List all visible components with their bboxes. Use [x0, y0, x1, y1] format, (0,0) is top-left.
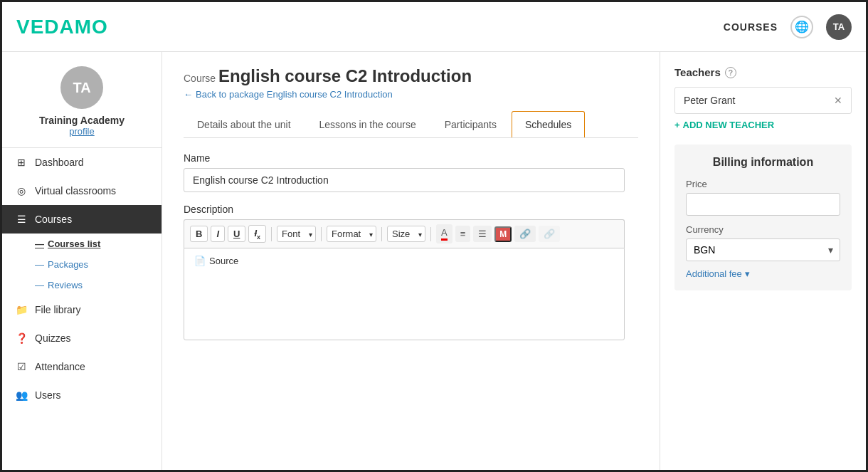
underline-button[interactable]: U: [228, 226, 245, 242]
billing-section: Billing information Price Currency BGN U…: [674, 145, 852, 290]
media-button[interactable]: M: [494, 226, 512, 242]
source-icon: 📄: [194, 256, 206, 266]
toolbar-separator-3: [381, 227, 382, 241]
virtual-classrooms-icon: ◎: [15, 185, 28, 196]
sub-nav-label: Packages: [48, 259, 88, 270]
page-title: English course C2 Introduction: [218, 66, 472, 85]
font-select[interactable]: Font: [277, 226, 316, 242]
toolbar-separator-1: [271, 227, 272, 241]
name-field-section: Name: [184, 152, 638, 192]
sidebar-item-label: File library: [35, 304, 81, 315]
price-input[interactable]: [686, 193, 840, 216]
size-select-wrap: Size: [387, 226, 425, 242]
sidebar-item-courses-list[interactable]: — Courses list: [28, 234, 162, 254]
course-label: Course: [184, 73, 216, 84]
format-select[interactable]: Format: [327, 226, 376, 242]
content-area: Course English course C2 Introduction ← …: [162, 52, 660, 472]
sidebar-item-label: Users: [35, 389, 61, 401]
additional-fee-link[interactable]: Additional fee ▾: [686, 268, 840, 279]
ordered-list-button[interactable]: ≡: [455, 226, 471, 242]
font-color-button[interactable]: A: [436, 224, 452, 243]
currency-label: Currency: [686, 224, 840, 235]
logo[interactable]: VEDAMO: [16, 16, 108, 38]
back-link-text: Back to package English course C2 Introd…: [196, 89, 393, 100]
teachers-header: Teachers ?: [674, 66, 852, 78]
sidebar-item-users[interactable]: 👥 Users: [2, 381, 162, 409]
courses-nav-link[interactable]: COURSES: [724, 21, 778, 33]
profile-section: TA Training Academy profile: [2, 52, 162, 148]
tabs-bar: Details about the unit Lessons in the co…: [184, 111, 638, 138]
sidebar-item-dashboard[interactable]: ⊞ Dashboard: [2, 148, 162, 177]
strikethrough-button[interactable]: Ix: [248, 225, 266, 243]
add-teacher-button[interactable]: + ADD NEW TEACHER: [674, 120, 852, 130]
header-right: COURSES 🌐 TA: [724, 14, 852, 40]
source-button[interactable]: 📄 Source: [190, 253, 243, 269]
editor-body[interactable]: 📄 Source: [184, 248, 625, 340]
italic-button[interactable]: I: [211, 226, 225, 242]
back-arrow-icon: ←: [184, 89, 193, 100]
sub-nav-dash: —: [35, 238, 44, 249]
size-select[interactable]: Size: [387, 226, 425, 242]
right-panel: Teachers ? Peter Grant ✕ + ADD NEW TEACH…: [660, 52, 866, 472]
sidebar-item-attendance[interactable]: ☑ Attendance: [2, 352, 162, 381]
sidebar-item-virtual-classrooms[interactable]: ◎ Virtual classrooms: [2, 177, 162, 205]
attendance-icon: ☑: [15, 361, 28, 372]
price-label: Price: [686, 179, 840, 189]
sidebar: TA Training Academy profile ⊞ Dashboard …: [2, 52, 162, 472]
sidebar-item-label: Dashboard: [35, 157, 84, 168]
profile-name: Training Academy: [39, 115, 125, 126]
toolbar-separator-4: [430, 227, 431, 241]
add-icon: +: [674, 120, 680, 130]
unordered-list-button[interactable]: ☰: [473, 226, 492, 242]
sidebar-item-label: Attendance: [35, 361, 85, 372]
sub-nav-dash: —: [35, 259, 44, 270]
sidebar-item-reviews[interactable]: — Reviews: [28, 275, 162, 295]
sidebar-item-label: Quizzes: [35, 332, 71, 344]
file-library-icon: 📁: [15, 304, 28, 315]
tab-details[interactable]: Details about the unit: [184, 111, 305, 137]
sidebar-item-quizzes[interactable]: ❓ Quizzes: [2, 324, 162, 352]
sidebar-item-label: Virtual classrooms: [35, 185, 116, 196]
bold-button[interactable]: B: [190, 226, 208, 242]
sub-nav-dash: —: [35, 280, 44, 290]
dashboard-icon: ⊞: [15, 157, 28, 168]
source-label: Source: [209, 256, 238, 266]
name-label: Name: [184, 152, 638, 164]
teachers-help-icon[interactable]: ?: [725, 67, 736, 78]
back-link[interactable]: ← Back to package English course C2 Intr…: [184, 89, 638, 100]
tab-participants[interactable]: Participants: [431, 111, 510, 137]
format-select-wrap: Format: [327, 226, 376, 242]
course-header: Course English course C2 Introduction ← …: [184, 66, 638, 100]
teacher-row: Peter Grant ✕: [674, 87, 852, 114]
currency-select[interactable]: BGN USD EUR GBP: [686, 238, 840, 261]
teachers-label: Teachers: [674, 66, 721, 78]
additional-fee-label: Additional fee: [686, 268, 742, 279]
add-teacher-label: ADD NEW TEACHER: [683, 120, 775, 130]
sidebar-sub-nav: — Courses list — Packages — Reviews: [2, 234, 162, 295]
tab-lessons[interactable]: Lessons in the course: [306, 111, 430, 137]
sub-nav-label: Reviews: [48, 280, 83, 290]
sidebar-item-label: Courses: [35, 214, 72, 225]
teachers-section: Teachers ? Peter Grant ✕ + ADD NEW TEACH…: [674, 66, 852, 130]
editor-toolbar: B I U Ix Font Format: [184, 219, 625, 248]
header: VEDAMO COURSES 🌐 TA: [2, 2, 866, 52]
sidebar-item-courses[interactable]: ☰ Courses: [2, 205, 162, 234]
tab-schedules[interactable]: Schedules: [512, 111, 585, 137]
quizzes-icon: ❓: [15, 332, 28, 344]
courses-icon: ☰: [15, 214, 28, 225]
sidebar-item-packages[interactable]: — Packages: [28, 254, 162, 275]
currency-select-wrap: BGN USD EUR GBP: [686, 238, 840, 261]
link-button[interactable]: 🔗: [514, 226, 536, 242]
sidebar-item-file-library[interactable]: 📁 File library: [2, 295, 162, 324]
users-icon: 👥: [15, 389, 28, 401]
teacher-name: Peter Grant: [684, 95, 735, 106]
header-avatar[interactable]: TA: [826, 14, 852, 40]
font-select-wrap: Font: [277, 226, 316, 242]
unlink-button[interactable]: 🔗: [539, 226, 560, 242]
teacher-remove-button[interactable]: ✕: [834, 95, 842, 106]
name-input[interactable]: [184, 168, 625, 192]
sidebar-nav: ⊞ Dashboard ◎ Virtual classrooms ☰ Cours…: [2, 148, 162, 472]
profile-link[interactable]: profile: [69, 126, 94, 137]
globe-icon[interactable]: 🌐: [790, 16, 813, 38]
chevron-down-icon: ▾: [745, 268, 750, 279]
